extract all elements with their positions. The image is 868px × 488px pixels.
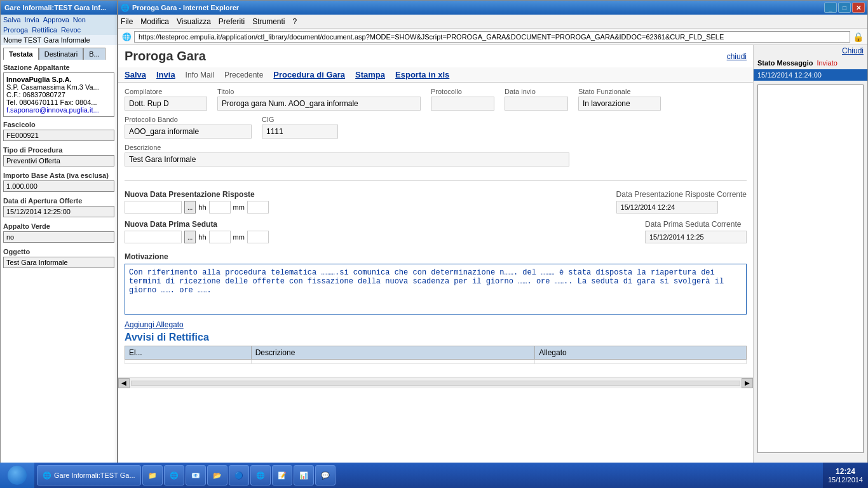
nav-revoc[interactable]: Revoc — [61, 26, 81, 34]
taskbar-word-item[interactable]: 📝 — [272, 465, 292, 485]
appalto-verde-input[interactable] — [3, 231, 114, 243]
fascicolo-input[interactable] — [3, 130, 114, 141]
toolbar-info-mail[interactable]: Info Mail — [186, 71, 214, 79]
data-apertura-label: Data di Apertura Offerte — [3, 197, 114, 205]
taskbar-folder-icon: 📁 — [148, 471, 157, 480]
nuova-hh-input[interactable] — [209, 201, 231, 214]
date-section: Nuova Data Presentazione Risposte ... hh… — [118, 185, 753, 248]
avvisi-cell — [125, 360, 252, 364]
cig-value: 1111 — [262, 125, 338, 139]
toolbar-procedura-gara[interactable]: Procedura di Gara — [273, 70, 345, 79]
nav-non[interactable]: Non — [73, 16, 86, 24]
toolbar-salva[interactable]: Salva — [125, 70, 146, 79]
motivazione-textarea[interactable] — [125, 264, 747, 315]
taskbar-skype-item[interactable]: 💬 — [315, 465, 336, 485]
data-invio-field: Data invio — [505, 88, 568, 111]
taskbar-outlook-item[interactable]: 📧 — [186, 465, 206, 485]
data-apertura-input[interactable] — [3, 206, 114, 217]
compilatore-label: Compilatore — [125, 88, 207, 95]
ie-menu-preferiti[interactable]: Preferiti — [219, 17, 245, 26]
taskbar-excel-item[interactable]: 📊 — [294, 465, 314, 485]
tab-testata[interactable]: Testata — [3, 48, 39, 60]
stazione-appaltante-box: InnovaPuglia S.p.A. S.P. Casamassima Km.… — [3, 72, 114, 117]
prima-seduta-hh-input[interactable] — [209, 231, 231, 243]
toolbar-esporta[interactable]: Esporta in xls — [395, 70, 449, 79]
taskbar-ie-item[interactable]: 🌐 Gare Informali:TEST Ga... — [37, 465, 141, 485]
nav-approva[interactable]: Approva — [43, 16, 69, 24]
toolbar-precedente[interactable]: Precedente — [224, 71, 263, 79]
toolbar-invia[interactable]: Invia — [156, 70, 175, 79]
nuova-prima-seduta-inputs: ... hh mm — [125, 231, 269, 243]
taskbar-files-item[interactable]: 📂 — [207, 465, 227, 485]
ie-favicon: 🌐 — [121, 4, 130, 12]
taskbar-folder-item[interactable]: 📁 — [142, 465, 163, 485]
right-panel-date-value: 15/12/2014 12:24:00 — [757, 71, 822, 79]
ie-maximize-button[interactable]: □ — [838, 3, 851, 13]
tab-b[interactable]: B... — [83, 48, 105, 60]
nuova-data-browse[interactable]: ... — [184, 201, 196, 214]
oggetto-label: Oggetto — [3, 248, 114, 255]
taskbar-ie2-item[interactable]: 🌐 — [164, 465, 184, 485]
date-row-2: Nuova Data Prima Seduta ... hh mm Data P… — [125, 220, 747, 243]
date-row-1: Nuova Data Presentazione Risposte ... hh… — [125, 190, 747, 214]
ie-menu-?[interactable]: ? — [293, 17, 297, 26]
taskbar-word-icon: 📝 — [278, 471, 287, 480]
taskbar-ie3-item[interactable]: 🌐 — [250, 465, 271, 485]
nav-salva[interactable]: Salva — [3, 16, 21, 24]
ie-menu-visualizza[interactable]: Visualizza — [177, 17, 211, 26]
scroll-right-button[interactable]: ▶ — [742, 378, 753, 388]
tipo-procedura-field: Tipo di Procedura — [3, 146, 114, 166]
ie-menu-modifica[interactable]: Modifica — [140, 17, 169, 26]
data-presentazione-corrente-value: 15/12/2014 12:24 — [616, 201, 718, 214]
avvisi-cell — [535, 360, 747, 364]
nuova-data-presentazione-label: Nuova Data Presentazione Risposte — [125, 190, 269, 199]
oggetto-input[interactable] — [3, 257, 114, 268]
prima-seduta-date-input[interactable] — [125, 231, 182, 243]
nuova-mm-input[interactable] — [247, 201, 269, 214]
right-panel-textarea[interactable] — [757, 85, 864, 453]
ie-minimize-button[interactable]: _ — [824, 3, 837, 13]
ie-close-button[interactable]: ✕ — [852, 3, 865, 13]
avvisi-col-descrizione: Descrizione — [251, 346, 535, 360]
start-button[interactable] — [0, 463, 34, 488]
oggetto-field: Oggetto — [3, 248, 114, 268]
tipo-procedura-input[interactable] — [3, 155, 114, 166]
sidebar-section: Stazione Appaltante InnovaPuglia S.p.A. … — [1, 60, 117, 277]
popup-form: Compilatore Dott. Rup D Titolo Proroga g… — [118, 83, 753, 177]
ie-main-content: Proroga Gara chiudi Salva Invia Info Mai… — [118, 45, 753, 463]
nav-proroga[interactable]: Proroga — [3, 26, 28, 34]
motivazione-label: Motivazione — [125, 252, 747, 261]
stazione-name: InnovaPuglia S.p.A. — [6, 76, 111, 83]
fascicolo-label: Fascicolo — [3, 121, 114, 128]
stazione-email[interactable]: f.saponaro@innova.puglia.it... — [6, 106, 99, 114]
taskbar-ie-icon: 🌐 — [43, 471, 51, 480]
nuova-data-input[interactable] — [125, 201, 182, 214]
ie-titlebar-title: 🌐 Proroga Gara - Internet Explorer — [121, 4, 239, 12]
right-panel-close[interactable]: Chiudi — [842, 46, 864, 55]
horizontal-scrollbar[interactable]: ◀ ▶ — [118, 377, 753, 388]
tab-destinatari[interactable]: Destinatari — [39, 48, 84, 60]
popup-close-link[interactable]: chiudi — [727, 52, 747, 61]
toolbar-stampa[interactable]: Stampa — [355, 70, 385, 79]
nav-rettifica[interactable]: Rettifica — [32, 26, 57, 34]
right-panel-header: Chiudi — [754, 45, 867, 57]
taskbar-items: 🌐 Gare Informali:TEST Ga... 📁 🌐 📧 📂 🔵 🌐 … — [34, 465, 823, 485]
scroll-track[interactable] — [131, 381, 740, 386]
nav-invia[interactable]: Invia — [25, 16, 39, 24]
avvisi-col-el: El... — [125, 346, 252, 360]
ie-menu-file[interactable]: File — [121, 17, 133, 26]
ie-address-input[interactable] — [134, 31, 850, 43]
data-prima-seduta-corrente-group: Data Prima Seduta Corrente 15/12/2014 12… — [645, 220, 747, 243]
taskbar-chrome-item[interactable]: 🔵 — [229, 465, 249, 485]
prima-seduta-browse[interactable]: ... — [184, 231, 196, 243]
ie-address-icon: 🌐 — [122, 32, 132, 41]
prima-seduta-mm-input[interactable] — [247, 231, 269, 243]
importo-input[interactable] — [3, 180, 114, 192]
scroll-left-button[interactable]: ◀ — [118, 378, 130, 388]
ie-menu-strumenti[interactable]: Strumenti — [252, 17, 285, 26]
add-allegato-link[interactable]: Aggiungi Allegato — [125, 320, 747, 329]
main-nav-bar-2: Proroga Rettifica Revoc — [1, 25, 117, 35]
main-name-bar: Nome TEST Gara Informale — [1, 35, 117, 45]
avvisi-col-allegato: Allegato — [535, 346, 747, 360]
hh-label: hh — [198, 203, 206, 211]
